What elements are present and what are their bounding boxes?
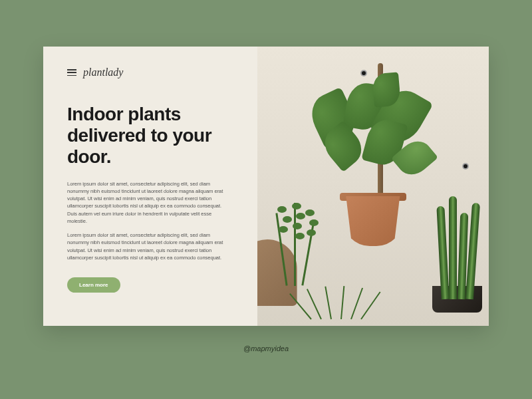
hero-headline: Indoor plants delivered to your door. bbox=[67, 104, 239, 168]
product-hotspot-1[interactable] bbox=[360, 70, 367, 76]
learn-more-button[interactable]: Learn more bbox=[67, 277, 120, 293]
hero-paragraph-2: Lorem ipsum dolor sit amet, consectetur … bbox=[67, 231, 227, 261]
credit-text: @mapmyidea bbox=[243, 344, 289, 352]
product-hotspot-2[interactable] bbox=[462, 163, 469, 170]
menu-icon[interactable] bbox=[67, 69, 76, 76]
content-panel: plantlady Indoor plants delivered to you… bbox=[43, 47, 257, 326]
plant-illustration bbox=[257, 47, 489, 326]
hero-paragraph-1: Lorem ipsum dolor sit amet, consectetur … bbox=[67, 180, 227, 225]
hero-image bbox=[257, 47, 489, 326]
nav-bar: plantlady bbox=[67, 66, 239, 78]
brand-logo[interactable]: plantlady bbox=[83, 66, 123, 78]
hero-card: plantlady Indoor plants delivered to you… bbox=[43, 47, 489, 326]
